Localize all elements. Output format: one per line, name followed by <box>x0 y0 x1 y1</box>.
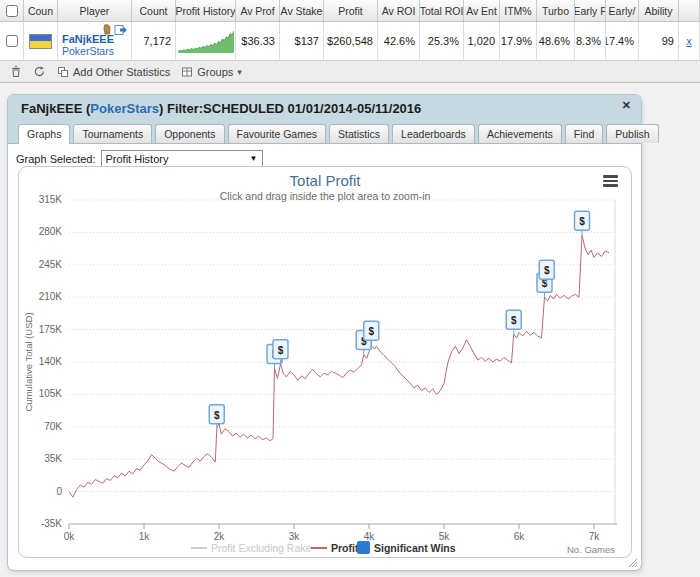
refresh-button[interactable] <box>30 64 49 79</box>
row-checkbox[interactable] <box>6 35 18 47</box>
col-av-stake[interactable]: Av Stake <box>280 0 324 21</box>
significant-win-flag[interactable]: $ <box>506 310 521 334</box>
chart-subtitle: Click and drag inside the plot area to z… <box>19 190 631 202</box>
col-av-ent[interactable]: Av Ent <box>464 0 500 21</box>
x-axis-title: No. Games <box>567 544 615 555</box>
player-cell: FaNjkEEE PokerStars <box>58 22 132 60</box>
flag-dollar-label: $ <box>368 326 374 337</box>
col-early-s[interactable]: Early/ <box>606 0 639 21</box>
chart-panel: 315K280K245K210K175K140K105K70K35K0-35K0… <box>18 166 632 558</box>
x-tick-label: 1k <box>139 531 151 542</box>
table-header-row: Coun Player Count Profit History Av Prof… <box>0 0 700 22</box>
chart-title: Total Profit <box>19 172 631 189</box>
profit-chart-plot-area[interactable]: 315K280K245K210K175K140K105K70K35K0-35K0… <box>19 167 631 555</box>
col-av-prof[interactable]: Av Prof <box>236 0 280 21</box>
refresh-icon <box>33 65 46 78</box>
copy-plus-icon <box>57 66 69 78</box>
profit-cell: $260,548 <box>324 22 378 60</box>
groups-label: Groups <box>197 66 233 78</box>
player-site-link[interactable]: PokerStars <box>62 45 114 57</box>
select-all-cell <box>0 0 24 21</box>
remove-row-link[interactable]: x <box>686 35 692 47</box>
groups-grid-icon <box>181 66 193 78</box>
tab-achievements[interactable]: Achievements <box>478 124 562 143</box>
window-titlebar[interactable]: FaNjkEEE (PokerStars) Filter:SCHEDULED 0… <box>8 95 641 121</box>
ability-cell: 99 <box>639 22 679 60</box>
graph-selected-value: Profit History <box>106 153 169 165</box>
window-resize-grip[interactable] <box>628 558 638 568</box>
tab-graphs[interactable]: Graphs <box>18 124 70 144</box>
legend-item-profit[interactable]: Profit <box>311 542 359 554</box>
note-export-icon[interactable] <box>114 24 128 36</box>
col-profit-history[interactable]: Profit History <box>176 0 236 21</box>
tab-statistics[interactable]: Statistics <box>329 124 389 143</box>
player-window: FaNjkEEE (PokerStars) Filter:SCHEDULED 0… <box>8 95 641 570</box>
col-turbo[interactable]: Turbo <box>537 0 575 21</box>
av-roi-cell: 42.6% <box>378 22 420 60</box>
x-tick-label: 3k <box>289 531 301 542</box>
select-all-checkbox[interactable] <box>6 5 18 17</box>
significant-win-flag[interactable]: $ <box>209 405 224 429</box>
groups-caret-icon: ▾ <box>237 67 242 77</box>
count-cell: 7,172 <box>132 22 176 60</box>
profit-sparkline <box>178 28 234 54</box>
av-prof-cell: $36.33 <box>236 22 280 60</box>
trash-icon <box>10 65 22 78</box>
flag-dollar-label: $ <box>278 345 284 356</box>
tab-favourite-games[interactable]: Favourite Games <box>228 124 327 143</box>
graph-selected-dropdown[interactable]: Profit History ▼ <box>101 150 263 167</box>
y-tick-label: 0 <box>56 486 62 497</box>
legend-label: Significant Wins <box>374 542 456 554</box>
graph-selected-label: Graph Selected: <box>16 153 96 165</box>
dropdown-arrow-icon: ▼ <box>250 154 258 163</box>
y-tick-label: 175K <box>39 324 63 335</box>
col-profit[interactable]: Profit <box>324 0 378 21</box>
legend-item-profit-excluding-rake[interactable]: Profit Excluding Rake <box>191 542 312 554</box>
delete-button[interactable] <box>7 64 25 79</box>
legend-item-significant-wins[interactable]: Significant Wins <box>357 541 456 554</box>
profit-line <box>69 235 609 497</box>
country-cell <box>24 22 58 60</box>
itm-cell: 17.9% <box>500 22 537 60</box>
groups-button[interactable]: Groups ▾ <box>178 65 245 79</box>
add-other-statistics-button[interactable]: Add Other Statistics <box>54 65 173 79</box>
remove-cell: x <box>679 22 700 60</box>
y-tick-label: 245K <box>39 259 63 270</box>
col-early-f[interactable]: Early F <box>575 0 606 21</box>
col-count[interactable]: Count <box>132 0 176 21</box>
graph-selector-row: Graph Selected: Profit History ▼ <box>16 150 641 167</box>
col-itm[interactable]: ITM% <box>500 0 537 21</box>
window-title-site[interactable]: PokerStars <box>90 101 159 116</box>
x-tick-label: 6k <box>514 531 526 542</box>
x-tick-label: 5k <box>439 531 451 542</box>
tab-publish[interactable]: Publish <box>606 124 658 143</box>
x-tick-label: 7k <box>589 531 601 542</box>
col-total-roi[interactable]: Total ROI <box>420 0 464 21</box>
y-tick-label: 140K <box>39 356 63 367</box>
turbo-cell: 48.6% <box>537 22 575 60</box>
flag-dollar-label: $ <box>544 265 550 276</box>
y-tick-label: -35K <box>41 518 62 529</box>
av-stake-cell: $137 <box>280 22 324 60</box>
legend-label: Profit Excluding Rake <box>211 542 312 554</box>
tab-leaderboards[interactable]: Leaderboards <box>392 124 475 143</box>
profit-history-cell <box>176 22 236 60</box>
col-av-roi[interactable]: Av ROI <box>378 0 420 21</box>
chart-export-menu-icon[interactable] <box>603 175 618 189</box>
col-player[interactable]: Player <box>58 0 132 21</box>
significant-win-flag[interactable]: $ <box>575 211 590 235</box>
av-ent-cell: 1,020 <box>464 22 500 60</box>
x-tick-label: 0k <box>64 531 76 542</box>
tab-tournaments[interactable]: Tournaments <box>73 124 152 143</box>
tab-opponents[interactable]: Opponents <box>155 124 224 143</box>
col-country[interactable]: Coun <box>24 0 58 21</box>
close-icon[interactable]: ✕ <box>622 98 631 112</box>
tab-find[interactable]: Find <box>565 124 603 143</box>
table-row: FaNjkEEE PokerStars 7,172 $36.33 $137 $2… <box>0 22 700 60</box>
early-f-cell: 8.3% <box>575 22 606 60</box>
y-tick-label: 210K <box>39 291 63 302</box>
col-ability[interactable]: Ability <box>639 0 679 21</box>
add-other-statistics-label: Add Other Statistics <box>73 66 170 78</box>
y-axis-title: Cumulative Total (USD) <box>23 312 34 411</box>
y-tick-label: 280K <box>39 226 63 237</box>
